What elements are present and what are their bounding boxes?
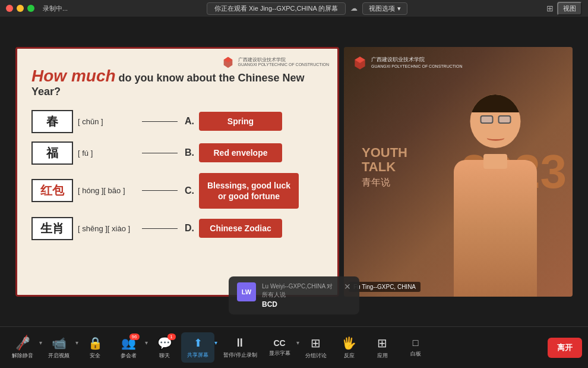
share-screen-icon: ⬆ (194, 336, 203, 350)
pinyin-a: [ chūn ] (78, 117, 137, 126)
video-background: 广西建设职业技术学院 GUANGXI POLYTECHNIC OF CONSTR… (344, 47, 573, 297)
top-bar-center: 你正在观看 Xie Jing--GXPC,CHINA 的屏幕 ☁ 视图选项 ▾ (207, 2, 407, 15)
option-label-a: A. (182, 116, 194, 127)
youth-talk-text: YOUTH TALK 青年说 (362, 145, 407, 188)
toolbar-chat[interactable]: 💬 1 聊天 (148, 332, 181, 363)
option-label-c: C. (182, 185, 194, 196)
record-label: 暂停/停止录制 (223, 351, 257, 359)
chinese-char-c: 红包 (31, 179, 73, 202)
youth-zh: 青年说 (362, 177, 407, 189)
chinese-char-a: 春 (31, 110, 73, 133)
person-smile (486, 135, 504, 141)
view-options-button[interactable]: 视图选项 ▾ (362, 2, 407, 15)
chat-message: BCD (262, 300, 338, 309)
leave-button[interactable]: 离开 (548, 338, 582, 358)
record-icon: ⏸ (234, 336, 246, 350)
video-icon: 📹 (52, 336, 67, 350)
apps-label: 应用 (377, 352, 388, 360)
person-figure-area (436, 106, 555, 297)
maximize-button[interactable] (27, 5, 34, 12)
toolbar-video[interactable]: 📹 开启视频 (42, 332, 75, 363)
connector-b (142, 153, 178, 153)
top-bar: 录制中... 你正在观看 Xie Jing--GXPC,CHINA 的屏幕 ☁ … (0, 0, 588, 17)
quiz-row-c: 红包 [ hóng ][ bāo ] C. Blessings, good lu… (31, 173, 323, 209)
top-bar-right: ⊞ 视图 (546, 2, 582, 15)
minimize-button[interactable] (17, 5, 24, 12)
video-label: 开启视频 (48, 352, 69, 360)
person-name-badge: Fu Ting--GXPC, CHINA (349, 282, 421, 292)
chat-avatar: LW (237, 282, 256, 301)
grid-icon: ⊞ (546, 4, 554, 13)
chinese-char-d: 生肖 (31, 217, 73, 240)
chinese-char-b: 福 (31, 141, 73, 165)
toolbar-subtitles[interactable]: CC 显示字幕 (263, 335, 296, 361)
toolbar-breakout[interactable]: ⊞ 分组讨论 (299, 332, 333, 363)
toolbar-participants[interactable]: 👥 96 参会者 (112, 332, 145, 363)
toolbar-share-screen[interactable]: ⬆ 共享屏幕 (181, 332, 214, 363)
chat-content: Lu Weiyi--GXPC,CHINA 对所有人说 BCD (262, 282, 338, 309)
chat-label: 聊天 (159, 352, 170, 360)
slide-panel: 广西建设职业技术学院 GUANGXI POLYTECHNIC OF CONSTR… (15, 47, 339, 297)
connector-d (142, 228, 178, 229)
title-bold: How much (31, 67, 116, 85)
toolbar-apps[interactable]: ⊞ 应用 (366, 332, 399, 363)
share-screen-label: 共享屏幕 (187, 351, 208, 359)
answer-btn-b[interactable]: Red envelope (199, 143, 282, 162)
person-hair (470, 95, 521, 112)
person-body (454, 160, 537, 297)
security-label: 安全 (90, 352, 100, 360)
chat-icon: 💬 1 (157, 336, 172, 350)
close-button[interactable] (6, 5, 13, 12)
chat-notification: LW Lu Weiyi--GXPC,CHINA 对所有人说 BCD ✕ (229, 276, 359, 314)
share-banner: 你正在观看 Xie Jing--GXPC,CHINA 的屏幕 (207, 2, 346, 15)
breakout-label: 分组讨论 (305, 352, 327, 360)
option-label-b: B. (182, 147, 194, 158)
answer-btn-c[interactable]: Blessings, good luckor good fortune (199, 173, 299, 209)
quiz-row-a: 春 [ chūn ] A. Spring (31, 110, 323, 133)
school-logo-icon (222, 56, 235, 69)
window-controls: 录制中... (6, 4, 68, 13)
person-neck (483, 154, 507, 169)
toolbar-mute[interactable]: 🎤╱ 解除静音 (6, 332, 39, 363)
slide-title: How much do you know about the Chinese N… (31, 67, 323, 98)
participants-label: 参会者 (121, 352, 137, 360)
connector-a (142, 121, 178, 122)
answer-btn-a[interactable]: Spring (199, 112, 282, 131)
connector-c (142, 190, 178, 191)
video-logo-icon (352, 55, 368, 71)
youth-en1: YOUTH (362, 145, 407, 159)
participants-icon: 👥 96 (121, 336, 136, 350)
video-logo-text: 广西建设职业技术学院 GUANGXI POLYTECHNIC OF CONSTR… (371, 56, 463, 69)
view-button[interactable]: 视图 (557, 2, 582, 15)
toolbar-reaction[interactable]: 🖐 反应 (333, 332, 366, 363)
slide-logo-text: 广西建设职业技术学院 GUANGXI POLYTECHNIC OF CONSTR… (238, 57, 330, 68)
participants-badge: 96 (129, 334, 140, 340)
answer-btn-d[interactable]: Chinese Zodiac (199, 219, 282, 238)
cloud-icon: ☁ (350, 4, 358, 12)
quiz-row-b: 福 [ fú ] B. Red envelope (31, 141, 323, 165)
toolbar-security[interactable]: 🔒 安全 (78, 332, 112, 363)
pinyin-c: [ hóng ][ bāo ] (78, 186, 137, 195)
chat-sender: Lu Weiyi--GXPC,CHINA 对所有人说 (262, 282, 338, 299)
subtitles-arrow[interactable]: ▾ (296, 339, 299, 346)
video-panel: 广西建设职业技术学院 GUANGXI POLYTECHNIC OF CONSTR… (344, 47, 573, 297)
subtitles-icon: CC (273, 338, 285, 348)
chevron-down-icon: ▾ (397, 5, 401, 12)
slide-logo: 广西建设职业技术学院 GUANGXI POLYTECHNIC OF CONSTR… (222, 56, 330, 69)
chat-badge: 1 (167, 334, 176, 340)
window-title: 录制中... (43, 4, 68, 13)
toolbar-record[interactable]: ⏸ 暂停/停止录制 (217, 332, 263, 363)
reaction-label: 反应 (344, 352, 355, 360)
toolbar: 🎤╱ 解除静音 ▾ 📹 开启视频 ▾ 🔒 安全 👥 96 参会者 ▾ 💬 1 聊… (0, 326, 588, 368)
toolbar-whiteboard[interactable]: □ 白板 (399, 334, 432, 361)
security-icon: 🔒 (88, 336, 103, 350)
pinyin-d: [ shēng ][ xiào ] (78, 224, 137, 233)
breakout-icon: ⊞ (311, 336, 321, 350)
pinyin-b: [ fú ] (78, 149, 137, 158)
chat-close-button[interactable]: ✕ (344, 282, 351, 291)
mute-label: 解除静音 (12, 352, 33, 360)
mute-icon: 🎤╱ (15, 336, 30, 350)
whiteboard-label: 白板 (410, 350, 421, 358)
quiz-row-d: 生肖 [ shēng ][ xiào ] D. Chinese Zodiac (31, 217, 323, 240)
video-logo-area: 广西建设职业技术学院 GUANGXI POLYTECHNIC OF CONSTR… (352, 55, 463, 71)
